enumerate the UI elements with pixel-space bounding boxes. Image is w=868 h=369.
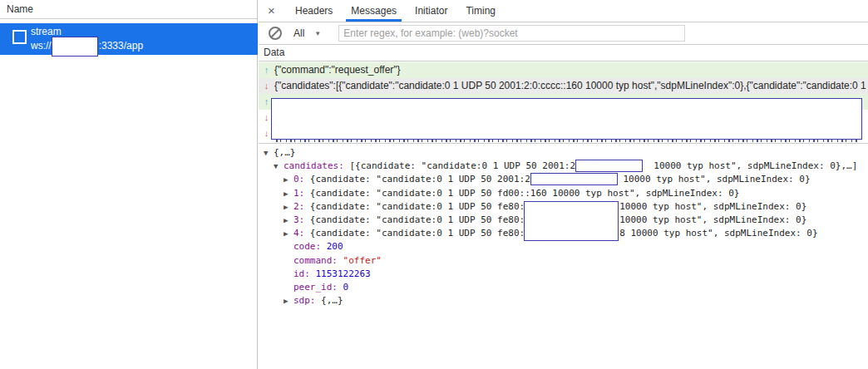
- data-column-header: Data: [259, 45, 868, 61]
- triangle-closed-icon[interactable]: ▶: [284, 214, 293, 227]
- property-key: 4:: [293, 228, 304, 239]
- tree-candidates[interactable]: ▼candidates: [{candidate: "candidate:0 1…: [259, 160, 868, 173]
- tab-timing[interactable]: Timing: [456, 0, 505, 22]
- property-key: candidates:: [284, 160, 344, 171]
- redaction-box: [524, 201, 619, 241]
- triangle-closed-icon[interactable]: ▶: [284, 187, 293, 200]
- detail-tabbar: × Headers Messages Initiator Timing: [259, 0, 868, 22]
- message-type-filter[interactable]: All: [293, 27, 304, 39]
- tree-candidate-1[interactable]: ▶1: {candidate: "candidate:0 1 UDP 50 fd…: [259, 187, 868, 200]
- property-preview: {candidate: "candidate:0 1 UDP 50 fd00::…: [304, 188, 739, 199]
- property-preview: 10000 typ host", sdpMLineIndex: 0},…]: [643, 160, 857, 171]
- redaction-box: [575, 160, 643, 172]
- redaction-box: [52, 37, 98, 57]
- redaction-box: [530, 173, 618, 185]
- block-filter-icon[interactable]: [269, 27, 282, 40]
- property-preview: [{candidate: "candidate:0 1 UDP 50 2001:…: [344, 160, 575, 171]
- property-key: 0:: [293, 174, 304, 184]
- triangle-open-icon[interactable]: ▼: [274, 160, 284, 173]
- redacted-text-remnant: [276, 140, 858, 142]
- property-key: code:: [293, 241, 321, 252]
- sent-arrow-icon: ↑: [262, 62, 271, 78]
- tree-prop-code[interactable]: code:200: [259, 240, 868, 253]
- messages-preview-splitter[interactable]: [259, 143, 868, 144]
- tree-candidate-0[interactable]: ▶0: {candidate: "candidate:0 1 UDP 50 20…: [259, 173, 868, 186]
- message-text: {"candidates":[{"candidate":"candidate:0…: [274, 78, 868, 94]
- message-row-sent[interactable]: ↑ {"command":"request_offer"}: [259, 62, 868, 78]
- request-name: stream: [31, 26, 62, 37]
- websocket-icon: [12, 30, 27, 44]
- property-value: 200: [321, 241, 343, 252]
- triangle-open-icon[interactable]: ▼: [264, 146, 274, 160]
- property-preview: {candidate: "candidate:0 1 UDP 50 fe80:: [304, 228, 525, 239]
- property-value: 0: [338, 282, 348, 293]
- property-value: {,…}: [316, 295, 343, 306]
- tab-initiator[interactable]: Initiator: [406, 0, 456, 22]
- property-key: 3:: [293, 214, 304, 225]
- triangle-closed-icon[interactable]: ▶: [284, 200, 293, 214]
- property-value: 1153122263: [310, 268, 371, 279]
- property-preview: {candidate: "candidate:0 1 UDP 50 fe80:: [304, 201, 525, 212]
- property-key: 2:: [293, 201, 304, 212]
- property-preview: 10000 typ host", sdpMLineIndex: 0}: [619, 214, 806, 225]
- message-text: {"command":"request_offer"}: [274, 62, 401, 78]
- request-detail-panel: × Headers Messages Initiator Timing All …: [259, 0, 868, 369]
- tab-messages[interactable]: Messages: [342, 0, 406, 22]
- messages-filter-toolbar: All ▼: [259, 22, 868, 45]
- tree-prop-command[interactable]: command:"offer": [259, 254, 868, 268]
- tree-root[interactable]: ▼{,…}: [259, 146, 868, 160]
- root-preview: {,…}: [274, 147, 296, 158]
- sent-arrow-icon: ↑: [262, 94, 271, 110]
- message-row-received[interactable]: ↓ {"candidates":[{"candidate":"candidate…: [259, 78, 868, 94]
- message-list: ↑ {"command":"request_offer"} ↓ {"candid…: [259, 62, 868, 141]
- property-key: command:: [293, 255, 338, 266]
- message-json-tree: ▼{,…} ▼candidates: [{candidate: "candida…: [259, 146, 868, 369]
- received-arrow-icon: ↓: [262, 110, 271, 125]
- received-arrow-icon: ↓: [262, 78, 271, 94]
- property-value: "offer": [338, 255, 382, 266]
- tree-prop-peer-id[interactable]: peer_id:0: [259, 281, 868, 294]
- request-row-stream[interactable]: stream ws:// :3333/app: [0, 23, 258, 55]
- tab-headers[interactable]: Headers: [286, 0, 342, 22]
- triangle-closed-icon[interactable]: ▶: [284, 227, 293, 240]
- regex-filter-input[interactable]: [338, 25, 685, 42]
- property-preview: 8 10000 typ host", sdpMLineIndex: 0}: [619, 228, 817, 239]
- property-preview: 10000 typ host", sdpMLineIndex: 0}: [619, 201, 806, 212]
- property-key: peer_id:: [293, 282, 338, 293]
- request-url-port-path: :3333/app: [99, 40, 143, 52]
- tree-prop-id[interactable]: id:1153122263: [259, 268, 868, 281]
- triangle-closed-icon[interactable]: ▶: [284, 173, 293, 186]
- redaction-box: [271, 98, 862, 140]
- property-preview: {candidate: "candidate:0 1 UDP 50 fe80:: [304, 214, 525, 225]
- tree-prop-sdp[interactable]: ▶sdp:{,…}: [259, 294, 868, 308]
- close-icon[interactable]: ×: [268, 0, 286, 22]
- property-key: 1:: [293, 188, 304, 199]
- property-key: id:: [293, 268, 310, 279]
- network-request-list: Name stream ws:// :3333/app: [0, 0, 258, 369]
- property-preview: 10000 typ host", sdpMLineIndex: 0}: [618, 174, 811, 184]
- chevron-down-icon[interactable]: ▼: [314, 30, 321, 37]
- property-preview: {candidate: "candidate:0 1 UDP 50 2001:2: [304, 174, 530, 184]
- request-url-scheme: ws://: [31, 40, 52, 52]
- property-key: sdp:: [293, 295, 316, 306]
- triangle-closed-icon[interactable]: ▶: [284, 294, 293, 308]
- name-column-header: Name: [0, 0, 257, 19]
- received-arrow-icon: ↓: [262, 125, 271, 141]
